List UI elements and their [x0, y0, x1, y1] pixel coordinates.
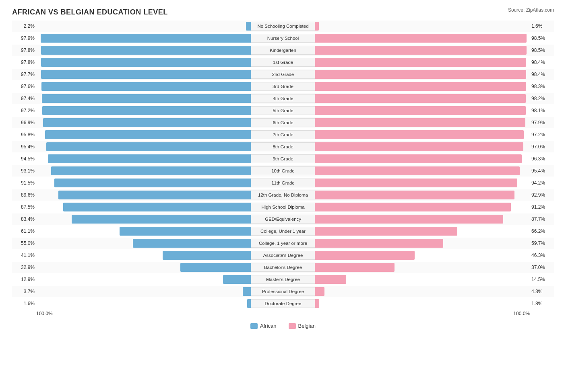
right-bar-container — [315, 166, 530, 175]
right-value: 66.2% — [530, 228, 554, 234]
center-label: Doctorate Degree — [251, 299, 315, 308]
legend: African Belgian — [12, 323, 554, 329]
right-bar — [315, 58, 526, 67]
center-label: 9th Grade — [251, 154, 315, 163]
row-inner: 91.5% 11th Grade 94.2% — [12, 177, 554, 189]
left-value: 93.1% — [12, 168, 36, 174]
right-value: 92.9% — [530, 192, 554, 198]
row-inner: 97.4% 4th Grade 98.2% — [12, 93, 554, 104]
right-bar — [315, 275, 346, 284]
row-inner: 61.1% College, Under 1 year 66.2% — [12, 226, 554, 237]
right-value: 98.5% — [530, 47, 554, 53]
right-bar — [315, 34, 527, 43]
right-value: 97.0% — [530, 144, 554, 150]
chart-row: 1.6% Doctorate Degree 1.8% — [12, 298, 554, 309]
right-bar-container — [315, 34, 530, 43]
belgian-legend-label: Belgian — [298, 323, 316, 329]
right-bar-container — [315, 215, 530, 224]
center-label: Professional Degree — [251, 287, 315, 296]
chart-row: 87.5% High School Diploma 91.2% — [12, 201, 554, 213]
right-bar — [315, 191, 514, 199]
chart-row: 12.9% Master's Degree 14.5% — [12, 274, 554, 285]
right-bar — [315, 22, 319, 31]
right-bar-container — [315, 142, 530, 151]
row-inner: 94.5% 9th Grade 96.3% — [12, 153, 554, 164]
source-text: Source: ZipAtlas.com — [508, 7, 554, 13]
chart-row: 91.5% 11th Grade 94.2% — [12, 177, 554, 189]
left-bar — [41, 46, 251, 55]
center-label: High School Diploma — [251, 203, 315, 211]
row-inner: 32.9% Bachelor's Degree 37.0% — [12, 262, 554, 273]
center-label: 11th Grade — [251, 179, 315, 187]
right-bar-container — [315, 179, 530, 187]
chart-row: 95.4% 8th Grade 97.0% — [12, 141, 554, 152]
row-inner: 89.6% 12th Grade, No Diploma 92.9% — [12, 189, 554, 201]
right-bar — [315, 166, 520, 175]
chart-row: 97.4% 4th Grade 98.2% — [12, 93, 554, 104]
row-inner: 12.9% Master's Degree 14.5% — [12, 274, 554, 285]
right-bar — [315, 203, 511, 211]
right-bar — [315, 70, 526, 79]
left-value: 41.1% — [12, 252, 36, 258]
left-bar — [48, 154, 251, 163]
right-bar — [315, 251, 415, 260]
right-value: 98.2% — [530, 96, 554, 101]
left-bar-container — [36, 130, 251, 139]
row-inner: 95.4% 8th Grade 97.0% — [12, 141, 554, 152]
right-bar-container — [315, 191, 530, 199]
chart-row: 97.6% 3rd Grade 98.3% — [12, 81, 554, 92]
row-inner: 2.2% No Schooling Completed 1.6% — [12, 21, 554, 32]
left-bar — [43, 118, 251, 127]
left-bar-container — [36, 179, 251, 187]
chart-row: 96.9% 6th Grade 97.9% — [12, 117, 554, 128]
african-legend-label: African — [260, 323, 276, 329]
right-value: 14.5% — [530, 277, 554, 282]
right-bar-container — [315, 46, 530, 55]
left-value: 55.0% — [12, 240, 36, 246]
left-bar-container — [36, 287, 251, 296]
center-label: 4th Grade — [251, 94, 315, 103]
right-bar — [315, 94, 526, 103]
right-bar-container — [315, 94, 530, 103]
left-bar-container — [36, 106, 251, 115]
center-label: GED/Equivalency — [251, 215, 315, 224]
center-label: 2nd Grade — [251, 70, 315, 79]
right-bar — [315, 179, 517, 187]
right-bar-container — [315, 22, 530, 31]
row-inner: 97.8% 1st Grade 98.4% — [12, 57, 554, 68]
left-bar-container — [36, 118, 251, 127]
chart-row: 97.2% 5th Grade 98.1% — [12, 105, 554, 116]
right-value: 98.4% — [530, 72, 554, 77]
left-value: 12.9% — [12, 277, 36, 282]
left-bar — [41, 58, 251, 67]
right-value: 96.3% — [530, 156, 554, 162]
right-bar-container — [315, 58, 530, 67]
row-inner: 93.1% 10th Grade 95.4% — [12, 165, 554, 177]
row-inner: 97.7% 2nd Grade 98.4% — [12, 69, 554, 80]
center-label: 5th Grade — [251, 106, 315, 115]
chart-row: 95.8% 7th Grade 97.2% — [12, 129, 554, 140]
left-bar-container — [36, 82, 251, 91]
right-value: 1.6% — [530, 23, 554, 29]
row-inner: 97.2% 5th Grade 98.1% — [12, 105, 554, 116]
right-value: 59.7% — [530, 240, 554, 246]
left-bar — [133, 239, 251, 248]
left-bar-container — [36, 203, 251, 211]
chart-title: AFRICAN VS BELGIAN EDUCATION LEVEL — [12, 8, 554, 16]
left-bar — [58, 191, 251, 199]
left-value: 97.9% — [12, 35, 36, 41]
row-inner: 3.7% Professional Degree 4.3% — [12, 286, 554, 297]
chart-row: 3.7% Professional Degree 4.3% — [12, 286, 554, 297]
left-value: 83.4% — [12, 216, 36, 222]
right-bar-container — [315, 227, 530, 236]
chart-row: 55.0% College, 1 year or more 59.7% — [12, 238, 554, 249]
legend-belgian: Belgian — [289, 323, 316, 329]
left-bar-container — [36, 299, 251, 308]
chart-row: 97.7% 2nd Grade 98.4% — [12, 69, 554, 80]
left-bar-container — [36, 166, 251, 175]
left-bar-container — [36, 191, 251, 199]
right-bar — [315, 287, 324, 296]
left-bar-container — [36, 251, 251, 260]
right-bar — [315, 106, 526, 115]
right-value: 91.2% — [530, 204, 554, 210]
